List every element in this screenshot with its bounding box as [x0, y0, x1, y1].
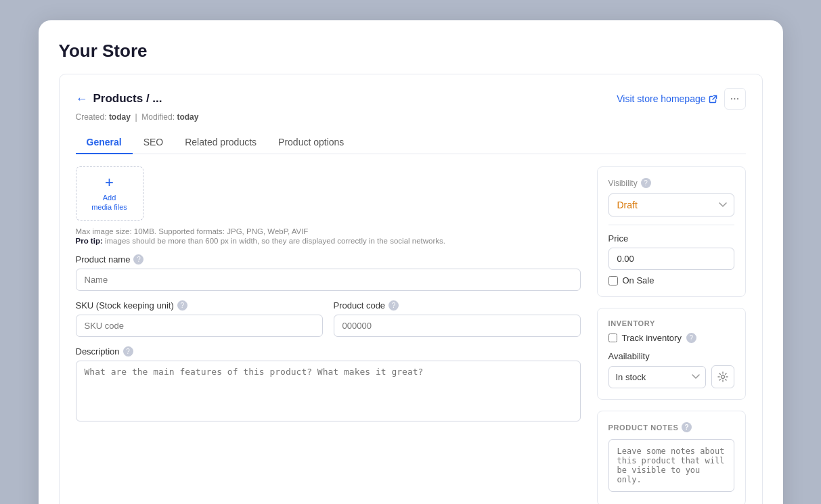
track-inventory-checkbox[interactable] [608, 334, 617, 342]
breadcrumb-area: ← Products / ... [76, 92, 162, 106]
availability-row: In stock Out of stock Preorder [608, 365, 734, 388]
header-row: ← Products / ... Visit store homepage ··… [76, 88, 746, 110]
visibility-section: Visibility ? Draft Published Price On Sa… [597, 166, 746, 297]
track-inventory-row: Track inventory ? [608, 333, 734, 343]
on-sale-label: On Sale [623, 275, 654, 285]
inventory-section: INVENTORY Track inventory ? Availability… [597, 308, 746, 400]
svg-point-0 [721, 375, 724, 379]
product-name-help-icon[interactable]: ? [133, 254, 143, 265]
visibility-help-icon[interactable]: ? [641, 178, 651, 188]
track-inventory-help-icon[interactable]: ? [686, 333, 696, 343]
sku-group: SKU (Stock keeping unit) ? [76, 300, 323, 337]
visit-store-link[interactable]: Visit store homepage [617, 93, 717, 104]
tab-seo[interactable]: SEO [133, 131, 175, 154]
store-title: Your Store [59, 41, 763, 62]
inner-card: ← Products / ... Visit store homepage ··… [59, 74, 763, 504]
sku-input[interactable] [76, 315, 323, 337]
product-notes-section: PRODUCT NOTES ? [597, 411, 746, 504]
tab-product-options[interactable]: Product options [267, 131, 355, 154]
media-hint-pro: Pro tip: images should be more than 600 … [76, 237, 581, 245]
left-panel: + Addmedia files Max image size: 10MB. S… [76, 166, 581, 504]
header-actions: Visit store homepage ··· [617, 88, 745, 110]
price-label: Price [608, 233, 734, 244]
product-notes-textarea[interactable] [608, 439, 734, 492]
tab-general[interactable]: General [76, 131, 133, 154]
add-icon: + [105, 175, 114, 190]
right-panel: Visibility ? Draft Published Price On Sa… [597, 166, 746, 504]
sku-label: SKU (Stock keeping unit) ? [76, 300, 323, 311]
outer-card: Your Store ← Products / ... Visit store … [39, 20, 783, 504]
media-hint-main: Max image size: 10MB. Supported formats:… [76, 227, 581, 235]
sku-code-row: SKU (Stock keeping unit) ? Product code … [76, 300, 581, 346]
tabs-bar: General SEO Related products Product opt… [76, 131, 746, 154]
availability-select[interactable]: In stock Out of stock Preorder [608, 366, 706, 388]
product-code-label: Product code ? [334, 300, 581, 311]
back-button[interactable]: ← [76, 92, 88, 106]
availability-label: Availability [608, 351, 734, 361]
price-input[interactable] [608, 248, 734, 270]
external-link-icon [709, 95, 717, 104]
divider [608, 225, 734, 225]
product-code-help-icon[interactable]: ? [389, 300, 399, 311]
gear-icon [717, 371, 728, 382]
on-sale-checkbox[interactable] [608, 276, 618, 285]
product-notes-title: PRODUCT NOTES ? [608, 422, 734, 432]
visibility-select[interactable]: Draft Published [608, 193, 734, 216]
product-code-group: Product code ? [334, 300, 581, 337]
product-name-group: Product name ? [76, 254, 581, 291]
visibility-label: Visibility ? [608, 178, 734, 188]
content-area: + Addmedia files Max image size: 10MB. S… [76, 166, 746, 504]
product-name-input[interactable] [76, 269, 581, 291]
description-label: Description ? [76, 346, 581, 357]
more-options-button[interactable]: ··· [724, 88, 746, 110]
add-media-label: Addmedia files [91, 193, 127, 212]
description-group: Description ? [76, 346, 581, 421]
meta-info: Created: today | Modified: today [76, 112, 746, 122]
breadcrumb-text: Products / ... [93, 92, 162, 106]
product-code-input[interactable] [334, 315, 581, 337]
track-inventory-label: Track inventory [622, 333, 682, 343]
availability-settings-button[interactable] [711, 365, 734, 388]
product-notes-help-icon[interactable]: ? [682, 422, 692, 432]
description-help-icon[interactable]: ? [123, 346, 133, 357]
product-name-label: Product name ? [76, 254, 581, 265]
tab-related-products[interactable]: Related products [174, 131, 267, 154]
media-upload-box[interactable]: + Addmedia files [76, 166, 143, 221]
description-input[interactable] [76, 361, 581, 421]
on-sale-row: On Sale [608, 275, 734, 285]
inventory-title: INVENTORY [608, 319, 734, 327]
sku-help-icon[interactable]: ? [177, 300, 187, 311]
